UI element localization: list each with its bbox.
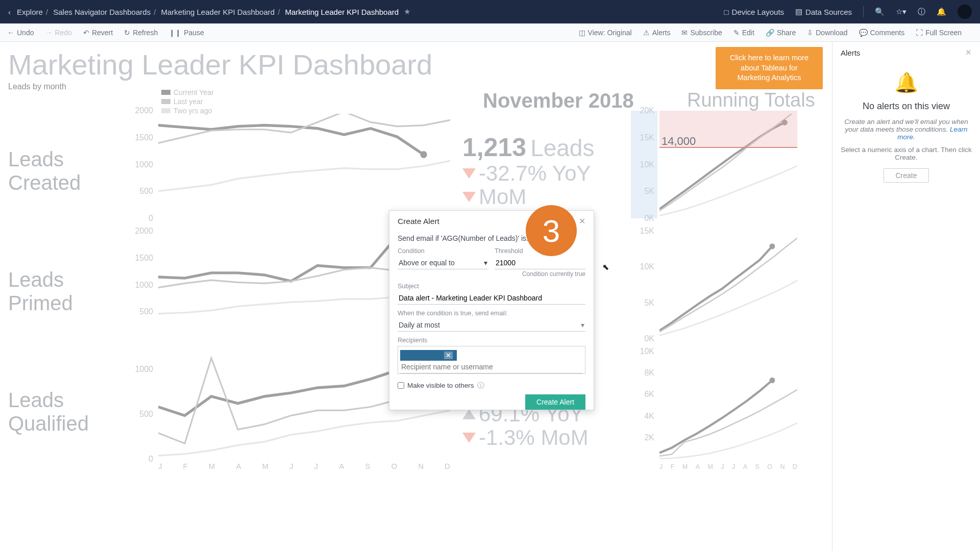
alerts-button[interactable]: ⚠ Alerts <box>643 29 671 37</box>
revert-button[interactable]: ↶ Revert <box>83 29 113 37</box>
search-icon[interactable]: 🔍 <box>875 7 885 16</box>
recipients-label: Recipients <box>398 337 585 344</box>
edit-button[interactable]: ✎ Edit <box>733 29 754 37</box>
crumb-explore[interactable]: Explore <box>17 8 43 16</box>
make-visible-checkbox[interactable] <box>398 382 404 389</box>
period-header: November 2018 <box>483 89 634 112</box>
svg-point-3 <box>770 243 775 249</box>
undo-button[interactable]: ← Undo <box>7 29 34 37</box>
dashboard-title: Marketing Leader KPI Dashboard <box>8 48 824 81</box>
alerts-hint: Select a numeric axis of a chart. Then c… <box>841 146 972 161</box>
recipient-chip[interactable]: ✕ <box>400 350 457 361</box>
download-button[interactable]: ⇩ Download <box>807 29 847 37</box>
condition-label: Condition <box>398 247 488 255</box>
running-chart[interactable]: 0K5K10K15K <box>631 231 799 351</box>
dialog-title: Create Alert <box>398 217 439 226</box>
alerts-side-panel: Alerts ✕ 🔔 No alerts on this view Create… <box>832 42 980 551</box>
running-totals-header: Running Totals <box>687 89 815 111</box>
refresh-button[interactable]: ↻ Refresh <box>124 29 158 37</box>
running-chart[interactable]: 2K4K6K8K10K JFMAMJJASOND <box>631 352 799 471</box>
share-button[interactable]: 🔗 Share <box>766 29 796 37</box>
condition-select[interactable]: Above or equal to▾ <box>398 257 488 269</box>
frequency-select[interactable]: Daily at most▾ <box>398 319 585 332</box>
divider <box>863 6 864 17</box>
alerts-panel-title: Alerts <box>841 48 860 57</box>
learn-more-banner[interactable]: Click here to learn more about Tableau f… <box>716 47 823 89</box>
crumb-dashboard[interactable]: Marketing Leader KPI Dashboard <box>161 8 275 16</box>
fullscreen-button[interactable]: ⛶ Full Screen <box>916 29 962 37</box>
subject-label: Subject <box>398 283 585 290</box>
axis-selection[interactable] <box>631 111 657 218</box>
comments-button[interactable]: 💬 Comments <box>859 29 905 37</box>
crumb-workbook[interactable]: Sales Navigator Dashboards <box>53 8 151 16</box>
metric-label: LeadsQualified <box>8 388 89 435</box>
info-icon[interactable]: ⓘ <box>477 381 484 390</box>
help-icon[interactable]: ⓘ <box>918 7 925 17</box>
view-original-button[interactable]: ◫ View: Original <box>579 29 632 37</box>
alerts-panel-close-icon[interactable]: ✕ <box>965 48 972 57</box>
legend-last: Last year <box>174 97 203 106</box>
pause-button[interactable]: ❙❙ Pause <box>169 29 204 37</box>
svg-point-0 <box>420 151 427 158</box>
favorites-menu-icon[interactable]: ☆▾ <box>896 7 906 16</box>
svg-point-5 <box>770 378 775 383</box>
cursor-icon: ⬉ <box>602 262 609 272</box>
redo-button[interactable]: → Redo <box>45 29 71 37</box>
data-sources-button[interactable]: ▤ Data Sources <box>795 7 852 16</box>
alerts-create-button[interactable]: Create <box>884 168 928 183</box>
user-avatar[interactable] <box>958 5 972 19</box>
subject-input[interactable] <box>398 292 585 305</box>
notifications-icon[interactable]: 🔔 <box>937 7 946 16</box>
top-nav: ‹ Explore/ Sales Navigator Dashboards/ M… <box>0 0 980 23</box>
crumb-view: Marketing Leader KPI Dashboard <box>285 8 399 16</box>
make-visible-label: Make visible to others <box>407 382 474 389</box>
favorite-star-icon[interactable]: ★ <box>404 7 410 16</box>
remove-recipient-icon[interactable]: ✕ <box>444 352 453 359</box>
running-chart[interactable]: 14,000 0K5K10K15K20K <box>631 111 799 231</box>
legend-current: Current Year <box>174 88 214 96</box>
frequency-label: When the condition is true, send email: <box>398 310 585 317</box>
leads-by-month-header: Leads by month <box>8 82 127 91</box>
threshold-label: 14,000 <box>662 135 696 148</box>
dialog-close-icon[interactable]: ✕ <box>579 217 585 226</box>
step-badge: 3 <box>526 205 577 256</box>
back-icon[interactable]: ‹ <box>8 8 11 16</box>
no-alerts-message: No alerts on this view <box>841 101 972 112</box>
device-layouts-button[interactable]: □ Device Layouts <box>724 8 784 16</box>
create-alert-submit-button[interactable]: Create Alert <box>525 394 585 410</box>
subscribe-button[interactable]: ✉ Subscribe <box>681 29 722 37</box>
metric-label: LeadsPrimed <box>8 268 73 315</box>
condition-true-hint: Condition currently true <box>495 270 585 278</box>
breadcrumb: Explore/ Sales Navigator Dashboards/ Mar… <box>17 8 399 16</box>
threshold-input[interactable] <box>495 257 585 269</box>
view-toolbar: ← Undo → Redo ↶ Revert ↻ Refresh ❙❙ Paus… <box>0 23 980 42</box>
bell-icon: 🔔 <box>841 71 972 94</box>
alerts-description: Create an alert and we'll email you when… <box>841 118 972 141</box>
recipient-input[interactable] <box>400 361 583 373</box>
metric-label: LeadsCreated <box>8 147 81 194</box>
